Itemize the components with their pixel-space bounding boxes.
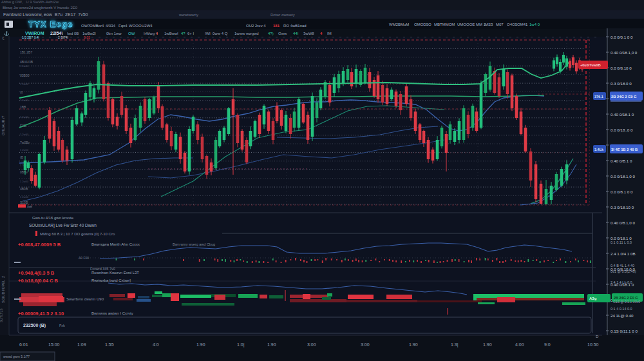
svg-text:0ww 4 Q: 0ww 4 Q (213, 32, 228, 35)
svg-text:☾: ☾ (2, 36, 6, 41)
svg-text:U2W4: U2W4 (142, 24, 153, 28)
svg-text:OW: OW (128, 32, 135, 35)
svg-text:1:3|: 1:3| (451, 342, 459, 347)
svg-text:3:00: 3:00 (307, 342, 316, 347)
svg-text:232500 (B): 232500 (B) (23, 323, 46, 328)
svg-text:OHLIAUR /7: OHLIAUR /7 (1, 115, 5, 135)
svg-text:44I: 44I (293, 32, 299, 35)
svg-text:0.0 0/18.,0 0: 0.0 0/18.,0 0 (611, 128, 633, 132)
svg-text:0BBv: 0BBv (20, 170, 28, 174)
svg-text:UMOOOE MM 1: UMOOOE MM 1 (457, 23, 486, 26)
svg-text:Bwwngwa Mwrth Ahn Cxxxx: Bwwngwa Mwrth Ahn Cxxxx (91, 242, 140, 246)
svg-text:4wB: 4wB (27, 205, 32, 208)
svg-text:Rownhwn Kworvn Exrd L3T: Rownhwn Kworvn Exrd L3T (91, 271, 139, 275)
svg-text:0.0 0/8.10 0: 0.0 0/8.10 0 (611, 66, 632, 70)
svg-text:0.3 0/18.10 0: 0.3 0/18.10 0 (611, 205, 634, 210)
svg-text:SOUxxULAR] Lve Fw Srsr 40 Dwwn: SOUxxULAR] Lve Fw Srsr 40 Dwwn (29, 223, 97, 228)
svg-text:1:09: 1:09 (77, 342, 86, 347)
svg-text:1 2w00: 1 2w00 (20, 83, 29, 86)
svg-text:9:0: 9:0 (544, 342, 551, 347)
svg-text:2.4 1.4 Lb 0.0: 2.4 1.4 Lb 0.0 (611, 280, 632, 284)
svg-text:1 2w00: 1 2w00 (20, 180, 29, 183)
svg-text:3:00: 3:00 (361, 342, 370, 347)
svg-text:OMBor4: OMBor4 (90, 24, 104, 28)
svg-text:1:55: 1:55 (105, 342, 114, 347)
svg-text:Rwrtwxba bwtd Cxbwr]: Rwrtwxba bwtd Cxbwr] (91, 278, 131, 282)
svg-text:0.3 0/18.0 0: 0.3 0/18.0 0 (611, 81, 632, 86)
svg-text:4/034: 4/034 (106, 24, 116, 28)
svg-text:1 2w00: 1 2w00 (20, 133, 29, 136)
svg-text:2.4 1.0/4 1 0B: 2.4 1.0/4 1 0B (611, 251, 636, 256)
svg-text:1:90: 1:90 (483, 342, 492, 347)
svg-text:1:90: 1:90 (409, 342, 418, 347)
svg-text:+0.00009,41.5 2 3.10: +0.00009,41.5 2 3.10 (18, 311, 64, 317)
svg-text:1 2w00: 1 2w00 (20, 115, 29, 119)
svg-text:wwwd gwrn 5.1/77: wwwd gwrn 5.1/77 (3, 355, 30, 358)
svg-text:Dctwr cwwwty: Dctwr cwwwty (270, 13, 295, 17)
svg-text:MMng 60 8.3 | 10 7 DO gownts [: MMng 60 8.3 | 10 7 DO gownts [0] 7-10 Cr… (40, 232, 115, 236)
svg-text:22I54\: 22I54\ (50, 31, 63, 35)
svg-text:Fqn4: Fqn4 (118, 24, 128, 28)
svg-text:Bwn wmy wyerg awd Cbug: Bwn wmy wyerg awd Cbug (173, 242, 215, 246)
svg-text:0.40 0/18.1,0 0: 0.40 0/18.1,0 0 (611, 50, 638, 55)
svg-text:MBTMMOM: MBTMMOM (434, 23, 455, 26)
svg-text:0.0 0/18.1 0: 0.0 0/18.1 0 (611, 236, 632, 240)
svg-text:181: 181 (273, 24, 280, 28)
svg-text:2 BI74I: 2 BI74I (58, 35, 68, 39)
svg-text:0.4 B 4L 1.4 40: 0.4 B 4L 1.4 40 (611, 264, 634, 268)
svg-text:OMOD5O: OMOD5O (414, 23, 431, 26)
svg-text:Abbw g OW, U 9 SwWh-4wht2w: Abbw g OW, U 9 SwWh-4wht2w (1, 0, 59, 4)
svg-text:wwwtwwrty: wwwtwwrty (178, 13, 198, 17)
svg-text:SUTLTLS: SUTLTLS (0, 308, 3, 322)
svg-text:0.1S 0(11.1 0 0: 0.1S 0(11.1 0 0 (611, 329, 638, 333)
svg-text:1www wwgwd: 1www wwgwd (234, 32, 259, 35)
svg-text:+0u0/7vw0B: +0u0/7vw0B (580, 63, 601, 67)
svg-text:0.0 0/18.1,0 0: 0.0 0/18.1,0 0 (611, 174, 635, 179)
svg-text:15:00: 15:00 (48, 342, 60, 347)
svg-text:1 2w00: 1 2w00 (20, 64, 29, 68)
svg-text:A0 F00: A0 F00 (79, 256, 89, 260)
svg-text:IM: IM (327, 32, 332, 35)
svg-text:Gws-tu 4/16 gwn knxxte: Gws-tu 4/16 gwn knxxte (32, 216, 74, 220)
svg-text:Bwrvwns awtwn I Cxrvty: Bwrvwns awtwn I Cxrvty (91, 311, 133, 315)
svg-text:0.40 0/B.1 0: 0.40 0/B.1 0 (611, 159, 632, 163)
svg-text:Fwnbwrd Lwoworw, eow B7u 2E1: Fwnbwrd Lwoworw, eow B7u 2E17 7v50 (3, 12, 88, 17)
svg-text:MS3: MS3 (485, 23, 493, 26)
svg-text:1wBwwl: 1wBwwl (164, 32, 178, 35)
svg-text:4?: 4? (181, 32, 185, 35)
svg-text:0v1 @ 0.0(2.40): 0v1 @ 0.0(2.40) (611, 269, 636, 273)
svg-text:1BB: 1BB (20, 105, 26, 109)
svg-text:0.0 0/8.1 0 0: 0.0 0/8.1 0 0 (611, 190, 633, 194)
svg-text:6:01: 6:01 (19, 342, 28, 347)
svg-text:0.40 0/18.1 0: 0.40 0/18.1 0 (611, 112, 634, 117)
svg-text:1w4 0: 1w4 0 (529, 23, 540, 26)
svg-text:Swwrbvm dswrm U90: Swwrbvm dswrm U90 (66, 297, 104, 301)
svg-text:+0.608,47.0009 5 B: +0.608,47.0009 5 B (18, 242, 61, 248)
svg-text:Iwd 0B: Iwd 0B (67, 32, 79, 35)
svg-text:SGIUD NJPEL 2: SGIUD NJPEL 2 (1, 276, 5, 303)
svg-text:1 2w00: 1 2w00 (20, 148, 29, 151)
svg-text:6+ I: 6+ I (187, 32, 194, 35)
svg-text:VWIROM: VWIROM (25, 31, 44, 35)
svg-text:RO 4wB1nad: RO 4wB1nad (283, 24, 307, 28)
svg-text:1 2w00: 1 2w00 (20, 195, 29, 199)
svg-text:1 2w00: 1 2w00 (20, 99, 29, 102)
svg-text:0.40 0/8.1,0 0: 0.40 0/8.1,0 0 (611, 220, 635, 225)
svg-text:1/3 2B7 0.4I: 1/3 2B7 0.4I (22, 35, 39, 39)
svg-text:2B 24G 2 E0 G: 2B 24G 2 E0 G (611, 95, 637, 99)
svg-text:4:00: 4:00 (515, 342, 524, 347)
svg-text:4:0: 4:0 (153, 342, 159, 347)
svg-text:Gww: Gww (278, 32, 287, 35)
svg-text:IWl: IWl (205, 32, 211, 35)
svg-text:0.1 0.11 L 0.0: 0.1 0.11 L 0.0 (611, 240, 632, 244)
svg-text:(0: (0 (20, 90, 23, 94)
svg-text:3wW8: 3wW8 (303, 32, 314, 35)
svg-text:OU2 2rev 4: OU2 2rev 4 (246, 24, 266, 28)
svg-text:WM2BMuM: WM2BMuM (389, 23, 409, 26)
svg-text:4B0B: 4B0B (20, 187, 28, 191)
svg-text:A3g: A3g (589, 297, 597, 300)
svg-text:+0.b18,6(0.04 C B: +0.b18,6(0.04 C B (18, 278, 58, 284)
svg-text:Bbwq Jw wnwc2d uwgbrtwzb V hww: Bbwq Jw wnwc2d uwgbrtwzb V hwwde 2E0 (3, 6, 78, 10)
svg-text:0bn 1ww: 0bn 1ww (106, 32, 122, 35)
svg-text:O4O5OM41: O4O5OM41 (507, 23, 528, 26)
